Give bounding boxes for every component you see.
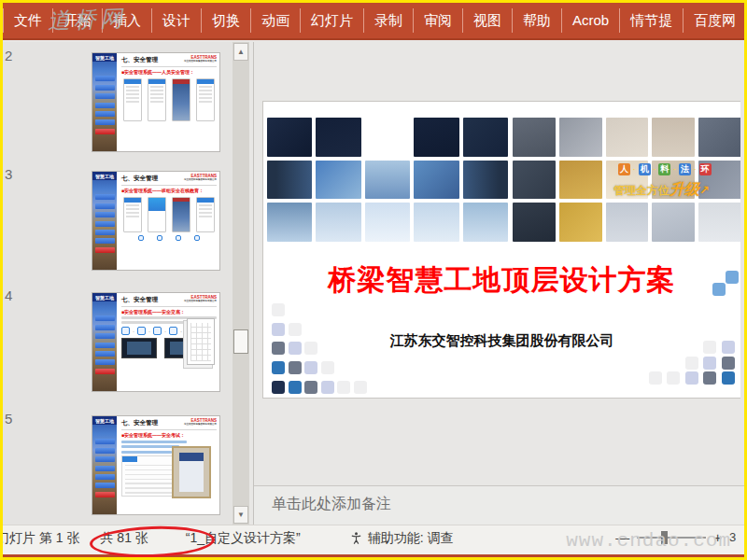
ribbon-tab-6[interactable]: 幻灯片 (301, 8, 364, 33)
thumb-slide-heading: 七、安全管理 (121, 419, 158, 427)
photo-tile (513, 161, 556, 200)
thumbnail-scrollbar[interactable]: ▲ ▼ (233, 42, 249, 525)
zoom-slider-thumb[interactable] (661, 531, 668, 544)
zoom-out-button[interactable]: — (615, 529, 629, 545)
notes-pane[interactable]: 单击此处添加备注 (254, 486, 744, 525)
decor-square (304, 381, 317, 394)
decor-square (321, 361, 334, 374)
thumb-menu-button (95, 343, 115, 348)
thumb-menu-button (95, 369, 115, 374)
slide-thumbnail-5[interactable]: 智慧工地七、安全管理EASTTRANS东交智控科技集团股份有限公司■安全管理系统… (92, 415, 220, 515)
company-logo: EASTTRANS东交智控科技集团股份有限公司 (184, 175, 217, 182)
thumb-sidebar-title: 智慧工地 (92, 416, 117, 425)
badge-separator: · (673, 165, 676, 174)
photo-tile (365, 118, 410, 157)
photo-tile (698, 203, 740, 242)
ribbon-tab-8[interactable]: 审阅 (414, 8, 463, 33)
ribbon-tab-1[interactable]: 开始 (53, 8, 103, 33)
photo-tile (267, 161, 312, 200)
ribbon-tab-5[interactable]: 动画 (251, 8, 301, 33)
zoom-slider[interactable] (637, 537, 706, 539)
decor-square (712, 283, 726, 296)
decor-square (722, 357, 735, 370)
scrollbar-thumb[interactable] (233, 329, 248, 354)
ribbon-tab-10[interactable]: 帮助 (513, 8, 562, 33)
photo-tile (559, 203, 602, 242)
overlay-badge: 人 (618, 163, 630, 175)
company-logo: EASTTRANS东交智控科技集团股份有限公司 (184, 56, 217, 63)
ribbon-tab-11[interactable]: Acrob (562, 8, 620, 33)
phone-mockup (196, 78, 215, 121)
scroll-up-button[interactable]: ▲ (233, 43, 248, 61)
photo-tile (652, 118, 695, 157)
app-feature-icon (176, 235, 181, 241)
thumb-menu-button (95, 466, 115, 471)
slide-number: 2 (5, 48, 20, 63)
photo-tile (513, 118, 556, 157)
thumb-menu-button (95, 212, 115, 217)
decor-square (289, 361, 302, 374)
thumb-slide-heading: 七、安全管理 (121, 56, 158, 64)
thumb-slide-heading: 七、安全管理 (121, 175, 158, 183)
photo-overlay-badges: 人·机·料·法·环 (618, 163, 712, 175)
decor-square (272, 381, 285, 394)
thumb-menu-button (95, 194, 115, 200)
ribbon-tab-4[interactable]: 切换 (202, 8, 251, 33)
doc-icon (137, 327, 146, 335)
slide-number: 3 (5, 166, 20, 182)
decor-square (726, 271, 739, 284)
ribbon-tab-0[interactable]: 文件 (3, 8, 53, 33)
photo-overlay-slogan: 管理全方位升级↗ (613, 180, 710, 200)
notes-placeholder[interactable]: 单击此处添加备注 (272, 495, 391, 514)
slide-subtitle[interactable]: 江苏东交智控科技集团股份有限公司 (263, 332, 740, 350)
ribbon-tab-3[interactable]: 设计 (152, 8, 202, 33)
photo-tile (559, 118, 602, 157)
ribbon-tab-7[interactable]: 录制 (364, 8, 414, 33)
phone-mockup (172, 197, 190, 232)
decor-square (685, 371, 698, 385)
thumb-menu-button (95, 111, 115, 117)
photo-tile (365, 161, 410, 200)
thumb-menu-button (95, 221, 115, 227)
app-feature-icon (157, 235, 162, 241)
phone-mockup (196, 197, 215, 232)
thumb-menu-button (95, 448, 115, 454)
slide-title[interactable]: 桥梁智慧工地顶层设计方案 (263, 261, 740, 300)
phone-mockup (123, 78, 142, 121)
thumb-menu-button (95, 119, 115, 125)
ribbon-tab-2[interactable]: 插入 (103, 8, 152, 33)
app-feature-icon (138, 235, 144, 241)
photo-tile (606, 203, 649, 242)
badge-separator: · (694, 165, 697, 174)
control-room-photo-mosaic (267, 118, 508, 242)
photo-tile (316, 203, 360, 242)
photo-tile (559, 161, 602, 200)
ribbon-tab-12[interactable]: 情节提 (620, 8, 684, 33)
ribbon-tab-9[interactable]: 视图 (463, 8, 513, 33)
accessibility-icon (349, 531, 363, 545)
ribbon-tab-13[interactable]: 百度网 (684, 8, 744, 33)
slide-thumbnail-2[interactable]: 智慧工地七、安全管理EASTTRANS东交智控科技集团股份有限公司■安全管理系统… (92, 52, 220, 152)
photo-tile (463, 161, 508, 200)
phone-mockup (172, 78, 190, 121)
thumb-red-heading: ■安全管理系统——班组安全在线教育： (121, 188, 217, 193)
photo-tile (463, 203, 508, 242)
scroll-down-button[interactable]: ▼ (233, 506, 248, 524)
company-logo: EASTTRANS东交智控科技集团股份有限公司 (184, 296, 217, 303)
zoom-in-button[interactable]: + (713, 529, 722, 545)
app-feature-icon (194, 235, 200, 241)
thumb-menu-button (95, 93, 115, 99)
decor-square (272, 303, 285, 316)
doc-icon (121, 327, 130, 335)
slide-thumbnail-3[interactable]: 智慧工地七、安全管理EASTTRANS东交智控科技集团股份有限公司■安全管理系统… (92, 171, 220, 271)
decor-square (667, 371, 680, 385)
thumb-menu-button (95, 483, 115, 488)
slide-editor-area: 人·机·料·法·环 管理全方位升级↗ 桥梁智慧工地顶层设计方案 江苏东交智控科技… (254, 42, 744, 525)
slide-thumbnail-4[interactable]: 智慧工地七、安全管理EASTTRANS东交智控科技集团股份有限公司■安全管理系统… (92, 292, 220, 392)
slide-canvas[interactable]: 人·机·料·法·环 管理全方位升级↗ 桥梁智慧工地顶层设计方案 江苏东交智控科技… (262, 101, 740, 399)
thumb-menu-button (95, 333, 115, 339)
decor-square (272, 342, 285, 355)
ribbon-tab-bar: 文件开始插入设计切换动画幻灯片录制审阅视图帮助Acrob情节提百度网 告诉我 共 (3, 3, 744, 40)
decor-square (289, 323, 302, 336)
accessibility-status[interactable]: 辅助功能: 调查 (349, 530, 454, 547)
